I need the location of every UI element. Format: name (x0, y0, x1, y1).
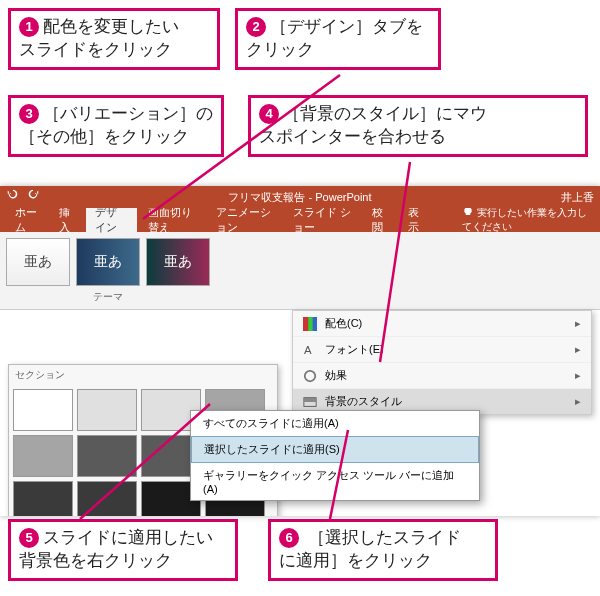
theme-thumb[interactable]: 亜あ (6, 238, 70, 286)
callout-6: 6 ［選択したスライド に適用］をクリック (268, 519, 498, 581)
callout-bullet: 2 (246, 17, 266, 37)
svg-rect-2 (313, 317, 317, 331)
callout-text: ［デザイン］タブを (270, 17, 423, 36)
menu-item-effects[interactable]: 効果 ▸ (293, 363, 591, 389)
callout-bullet: 6 (279, 528, 299, 548)
callout-4: 4［背景のスタイル］にマウ スポインターを合わせる (248, 95, 588, 157)
bg-style-swatch[interactable] (77, 435, 137, 477)
callout-bullet: 4 (259, 104, 279, 124)
callout-5: 5スライドに適用したい 背景色を右クリック (8, 519, 238, 581)
callout-bullet: 3 (19, 104, 39, 124)
callout-text: ［背景のスタイル］にマウ (283, 104, 487, 123)
chevron-right-icon: ▸ (575, 369, 581, 382)
powerpoint-window: フリマ収支報告 - PowerPoint 井上香 ホーム 挿入 デザイン 画面切… (0, 186, 600, 516)
theme-thumb[interactable]: 亜あ (146, 238, 210, 286)
menu-item-colors[interactable]: 配色(C) ▸ (293, 311, 591, 337)
callout-text: クリック (246, 40, 314, 59)
callout-text: ［その他］をクリック (19, 127, 189, 146)
callout-text: スライドに適用したい (43, 528, 213, 547)
themes-group: 亜あ 亜あ 亜あ テーマ (6, 238, 210, 309)
bg-style-swatch[interactable] (13, 389, 73, 431)
callout-bullet: 5 (19, 528, 39, 548)
title-bar: フリマ収支報告 - PowerPoint 井上香 (0, 186, 600, 208)
variations-more-menu: 配色(C) ▸ A フォント(E) ▸ 効果 ▸ 背景のスタイル ▸ (292, 310, 592, 415)
theme-thumb[interactable]: 亜あ (76, 238, 140, 286)
bg-style-swatch[interactable] (13, 481, 73, 516)
bg-style-swatch[interactable] (77, 481, 137, 516)
group-label-themes: テーマ (6, 290, 210, 304)
menu-item-fonts[interactable]: A フォント(E) ▸ (293, 337, 591, 363)
bg-style-context-menu: すべてのスライドに適用(A) 選択したスライドに適用(S) ギャラリーをクイック… (190, 410, 480, 501)
svg-text:A: A (304, 344, 312, 356)
bg-style-swatch[interactable] (13, 435, 73, 477)
bg-style-swatch[interactable] (77, 389, 137, 431)
callout-text: ［選択したスライド (303, 528, 461, 547)
chevron-right-icon: ▸ (575, 317, 581, 330)
font-icon: A (303, 343, 317, 357)
user-name: 井上香 (561, 186, 594, 208)
svg-rect-6 (304, 397, 316, 401)
menu-item-label: フォント(E) (325, 342, 384, 357)
callout-text: スポインターを合わせる (259, 127, 446, 146)
ribbon-body: 亜あ 亜あ 亜あ テーマ (0, 232, 600, 310)
palette-icon (303, 317, 317, 331)
callout-text: 配色を変更したい (43, 17, 179, 36)
undo-icon[interactable] (6, 186, 20, 200)
ctx-apply-all[interactable]: すべてのスライドに適用(A) (191, 411, 479, 436)
callout-2: 2［デザイン］タブを クリック (235, 8, 441, 70)
menu-item-label: 効果 (325, 368, 347, 383)
callout-1: 1配色を変更したい スライドをクリック (8, 8, 220, 70)
qat[interactable] (6, 186, 40, 200)
chevron-right-icon: ▸ (575, 395, 581, 408)
bgstyle-icon (303, 395, 317, 409)
callout-3: 3［バリエーション］の ［その他］をクリック (8, 95, 224, 157)
tellme-label: 実行したい作業を入力してください (462, 207, 587, 232)
section-label: セクション (9, 365, 277, 385)
chevron-right-icon: ▸ (575, 343, 581, 356)
callout-text: に適用］をクリック (279, 551, 432, 570)
callout-text: スライドをクリック (19, 40, 172, 59)
svg-point-4 (305, 370, 316, 381)
callout-text: ［バリエーション］の (43, 104, 213, 123)
redo-icon[interactable] (26, 186, 40, 200)
ribbon-tabs: ホーム 挿入 デザイン 画面切り替え アニメーション スライド ショー 校閲 表… (0, 208, 600, 232)
callout-bullet: 1 (19, 17, 39, 37)
ctx-apply-selected[interactable]: 選択したスライドに適用(S) (191, 436, 479, 463)
ctx-add-qat[interactable]: ギャラリーをクイック アクセス ツール バーに追加(A) (191, 463, 479, 500)
window-title: フリマ収支報告 - PowerPoint (228, 191, 371, 203)
effects-icon (303, 369, 317, 383)
menu-item-label: 配色(C) (325, 316, 362, 331)
menu-item-label: 背景のスタイル (325, 394, 402, 409)
callout-text: 背景色を右クリック (19, 551, 172, 570)
